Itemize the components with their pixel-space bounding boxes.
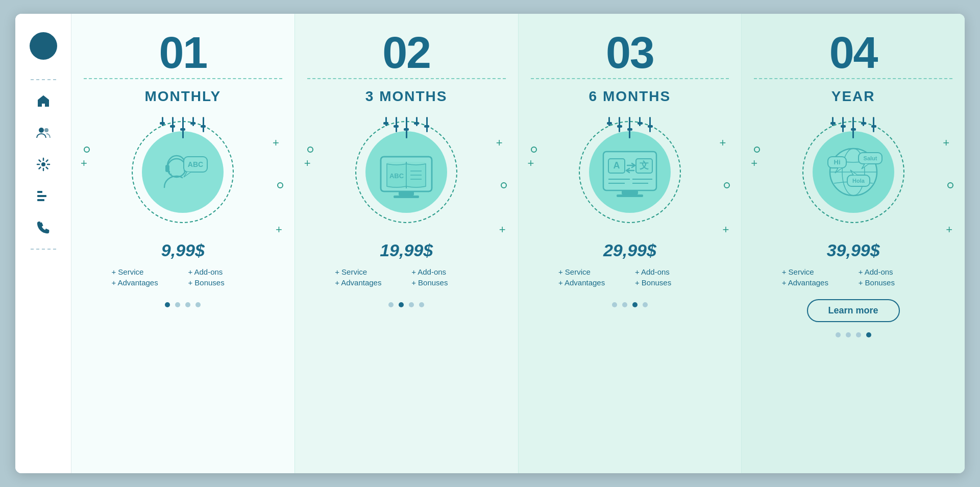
feature-1: + Add-ons <box>859 267 925 276</box>
deco-circle <box>724 182 730 188</box>
deco-plus2: + <box>751 157 757 170</box>
features-list: + Service+ Add-ons+ Advantages+ Bonuses <box>782 267 925 287</box>
icon-bg-circle <box>589 131 671 213</box>
feature-1: + Add-ons <box>188 267 254 276</box>
features-list: + Service+ Add-ons+ Advantages+ Bonuses <box>111 267 254 287</box>
card-number: 02 <box>382 30 430 75</box>
feature-2: + Advantages <box>335 278 401 287</box>
deco-circle <box>277 182 283 188</box>
svg-point-1 <box>44 128 48 132</box>
main-container: +++ 01 MONTHLY <box>15 14 965 473</box>
features-list: + Service+ Add-ons+ Advantages+ Bonuses <box>558 267 701 287</box>
dot-0 <box>836 332 841 337</box>
card-title: 6 MONTHS <box>589 88 671 105</box>
deco-plus3: + <box>946 223 952 236</box>
deco-plus3: + <box>722 223 729 236</box>
svg-point-0 <box>39 128 44 133</box>
card-divider <box>531 78 729 79</box>
card-title: YEAR <box>831 88 875 105</box>
card-1: +++ 01 MONTHLY <box>71 14 295 473</box>
feature-3: + Bonuses <box>188 278 254 287</box>
price: 9,99$ <box>161 240 205 260</box>
pagination-dots <box>612 302 648 307</box>
dot-2 <box>185 302 190 307</box>
icon-area: ABC <box>116 116 249 228</box>
card-2: +++ 02 3 MONTHS <box>295 14 518 473</box>
dot-1 <box>846 332 851 337</box>
deco-circle2 <box>307 147 313 153</box>
deco-plus2: + <box>81 157 87 170</box>
list-icon[interactable] <box>33 185 54 207</box>
dot-3 <box>195 302 201 307</box>
card-number: 03 <box>606 30 654 75</box>
svg-rect-4 <box>37 195 46 197</box>
deco-circle2 <box>754 147 760 153</box>
feature-3: + Bonuses <box>635 278 701 287</box>
phone-icon[interactable] <box>33 217 54 238</box>
dot-3 <box>419 302 424 307</box>
card-divider <box>307 78 506 79</box>
dot-0 <box>165 302 170 307</box>
svg-rect-5 <box>37 199 44 201</box>
deco-plus3: + <box>499 223 506 236</box>
users-icon[interactable] <box>33 122 54 143</box>
price: 29,99$ <box>603 240 656 260</box>
deco-circle2 <box>84 147 90 153</box>
dot-1 <box>622 302 627 307</box>
home-icon[interactable] <box>33 90 54 112</box>
icon-area: A 文 <box>564 116 696 228</box>
dot-3 <box>866 332 871 337</box>
dot-2 <box>632 302 638 307</box>
deco-plus: + <box>719 136 726 150</box>
deco-plus: + <box>496 136 503 150</box>
dot-0 <box>612 302 617 307</box>
deco-plus2: + <box>304 157 311 170</box>
icon-area: ABC <box>340 116 473 228</box>
deco-plus: + <box>943 136 949 150</box>
card-4: +++ 04 YEAR <box>741 14 965 473</box>
card-title: 3 MONTHS <box>365 88 448 105</box>
deco-circle <box>947 182 953 188</box>
deco-plus3: + <box>276 223 282 236</box>
feature-1: + Add-ons <box>635 267 701 276</box>
price: 39,99$ <box>827 240 880 260</box>
feature-0: + Service <box>558 267 625 276</box>
svg-point-2 <box>41 162 45 166</box>
settings-icon[interactable] <box>33 154 54 175</box>
cards-area: +++ 01 MONTHLY <box>71 14 965 473</box>
learn-more-button[interactable]: Learn more <box>807 299 900 322</box>
icon-bg-circle <box>365 131 447 213</box>
dot-1 <box>175 302 180 307</box>
card-divider <box>754 78 952 79</box>
pagination-dots <box>165 302 201 307</box>
dot-0 <box>388 302 394 307</box>
feature-2: + Advantages <box>558 278 625 287</box>
card-3: +++ 03 6 MONTHS <box>518 14 742 473</box>
deco-plus2: + <box>528 157 534 170</box>
pagination-dots <box>836 332 871 337</box>
sidebar <box>15 14 71 473</box>
icon-bg-circle <box>813 131 894 213</box>
feature-1: + Add-ons <box>411 267 478 276</box>
feature-0: + Service <box>782 267 848 276</box>
feature-2: + Advantages <box>782 278 848 287</box>
dot-1 <box>399 302 404 307</box>
card-number: 01 <box>159 30 207 75</box>
feature-0: + Service <box>335 267 401 276</box>
deco-circle2 <box>531 147 537 153</box>
features-list: + Service+ Add-ons+ Advantages+ Bonuses <box>335 267 478 287</box>
dot-2 <box>409 302 414 307</box>
dot-2 <box>856 332 861 337</box>
feature-0: + Service <box>111 267 178 276</box>
card-divider <box>84 78 282 79</box>
icon-area: Hi Salut Hola <box>787 116 920 228</box>
pagination-dots <box>388 302 424 307</box>
sidebar-divider-bottom <box>31 249 56 250</box>
feature-3: + Bonuses <box>859 278 925 287</box>
icon-bg-circle <box>142 131 224 213</box>
card-title: MONTHLY <box>144 88 221 105</box>
price: 19,99$ <box>380 240 433 260</box>
svg-rect-3 <box>37 191 42 193</box>
feature-3: + Bonuses <box>411 278 478 287</box>
card-number: 04 <box>829 30 877 75</box>
